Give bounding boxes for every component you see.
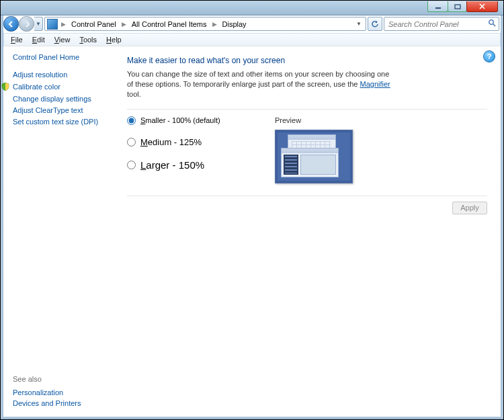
nav-buttons: ▼: [3, 16, 43, 32]
chevron-right-icon[interactable]: ▶: [60, 21, 67, 28]
preview-image: [275, 130, 353, 183]
forward-button[interactable]: [19, 16, 34, 32]
see-also-header: See also: [13, 375, 81, 383]
see-also-personalization[interactable]: Personalization: [13, 388, 81, 396]
dpi-option-medium[interactable]: Medium - 125%: [127, 137, 255, 147]
sidebar-link-label: Change display settings: [13, 95, 91, 103]
help-button[interactable]: ?: [483, 50, 495, 62]
chevron-right-icon[interactable]: ▶: [120, 21, 128, 28]
breadcrumb-seg[interactable]: Control Panel: [67, 17, 120, 30]
close-button[interactable]: [466, 1, 498, 12]
see-also-devices-printers[interactable]: Devices and Printers: [13, 399, 81, 407]
sidebar-link-calibrate-color[interactable]: Calibrate color: [13, 82, 114, 91]
window-frame-right: [501, 1, 503, 419]
shield-icon: [1, 82, 10, 91]
main-content: ? Make it easier to read what's on your …: [119, 46, 501, 417]
search-input[interactable]: [387, 19, 488, 29]
titlebar[interactable]: [1, 1, 503, 15]
sidebar-link-set-custom-dpi[interactable]: Set custom text size (DPI): [13, 118, 114, 126]
window-frame-bottom: [1, 417, 503, 419]
page-description: You can change the size of text and othe…: [127, 69, 396, 99]
preview-label: Preview: [275, 116, 487, 124]
sidebar-link-label: Adjust resolution: [13, 71, 67, 79]
dpi-options: Smaller - 100% (default) Medium - 125% L…: [127, 116, 255, 183]
menu-tools[interactable]: Tools: [75, 35, 101, 44]
radio-larger[interactable]: [127, 161, 136, 169]
radio-medium[interactable]: [127, 138, 136, 146]
menu-edit[interactable]: Edit: [28, 35, 49, 44]
control-panel-icon: [47, 19, 58, 30]
refresh-button[interactable]: [368, 17, 382, 31]
menu-view[interactable]: View: [50, 35, 75, 44]
search-icon[interactable]: [488, 19, 496, 29]
svg-line-3: [493, 24, 495, 26]
back-button[interactable]: [3, 16, 19, 32]
see-also: See also Personalization Devices and Pri…: [13, 372, 81, 410]
menubar: File Edit View Tools Help: [3, 33, 501, 46]
divider: [127, 196, 487, 196]
minimize-button[interactable]: [427, 1, 448, 12]
sidebar-link-adjust-resolution[interactable]: Adjust resolution: [13, 71, 114, 79]
chevron-right-icon[interactable]: ▶: [211, 21, 218, 28]
desc-text-a: You can change the size of text and othe…: [127, 70, 389, 88]
sidebar-link-label: Adjust ClearType text: [13, 106, 83, 114]
page-title: Make it easier to read what's on your sc…: [127, 56, 487, 65]
menu-file[interactable]: File: [7, 35, 27, 44]
apply-button[interactable]: Apply: [452, 202, 487, 214]
breadcrumb-seg[interactable]: All Control Panel Items: [128, 17, 211, 30]
menu-help[interactable]: Help: [102, 35, 126, 44]
sidebar-link-label: Set custom text size (DPI): [13, 118, 98, 126]
dpi-option-larger[interactable]: Larger - 150%: [127, 159, 255, 171]
sidebar-link-change-display-settings[interactable]: Change display settings: [13, 95, 114, 103]
control-panel-home-link[interactable]: Control Panel Home: [13, 53, 114, 61]
radio-smaller[interactable]: [127, 116, 136, 125]
breadcrumb-seg[interactable]: Display: [218, 17, 251, 30]
address-bar[interactable]: ▶ Control Panel ▶ All Control Panel Item…: [44, 17, 366, 31]
sidebar-link-label: Calibrate color: [13, 83, 60, 91]
svg-point-2: [489, 20, 494, 25]
desc-text-b: tool.: [127, 90, 141, 98]
client-area: Control Panel Home Adjust resolution Cal…: [3, 46, 501, 417]
sidebar: Control Panel Home Adjust resolution Cal…: [3, 46, 119, 417]
maximize-button[interactable]: [448, 1, 467, 12]
address-dropdown[interactable]: ▼: [353, 21, 364, 27]
magnifier-link[interactable]: Magnifier: [360, 80, 390, 88]
sidebar-link-adjust-cleartype[interactable]: Adjust ClearType text: [13, 106, 114, 114]
history-dropdown[interactable]: ▼: [34, 17, 43, 31]
search-box[interactable]: [384, 17, 499, 31]
svg-rect-1: [455, 5, 460, 9]
dpi-option-smaller[interactable]: Smaller - 100% (default): [127, 116, 255, 125]
